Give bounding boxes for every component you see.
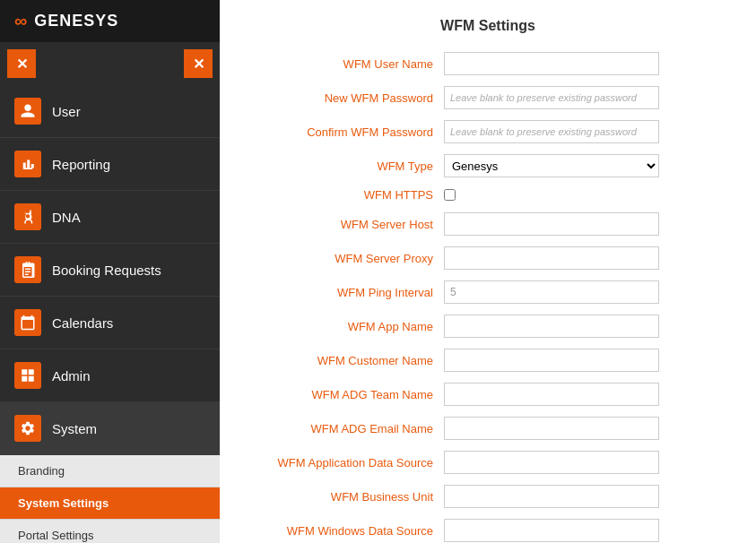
input-wfm-app-name[interactable] <box>444 315 659 338</box>
label-wfm-server-host: WFM Server Host <box>247 218 444 231</box>
label-wfm-adg-email-name: WFM ADG Email Name <box>247 422 444 435</box>
admin-icon <box>14 362 41 389</box>
sidebar-item-booking-label: Booking Requests <box>52 263 161 278</box>
select-wfm-type[interactable]: Genesys <box>444 154 659 177</box>
input-wfm-windows-data-source[interactable] <box>444 519 659 542</box>
main-content: WFM Settings WFM User Name New WFM Passw… <box>220 0 756 543</box>
label-wfm-business-unit: WFM Business Unit <box>247 490 444 504</box>
label-wfm-app-data-source: WFM Application Data Source <box>247 456 444 470</box>
sidebar-item-calendars[interactable]: Calendars <box>0 297 220 349</box>
input-wfm-username[interactable] <box>444 52 659 75</box>
form-row-wfm-username: WFM User Name <box>247 52 729 75</box>
close-button-1[interactable]: ✕ <box>7 49 36 78</box>
label-wfm-server-proxy: WFM Server Proxy <box>247 252 444 265</box>
sidebar-item-user-label: User <box>52 104 81 119</box>
sidebar-item-system-label: System <box>52 421 97 436</box>
close-button-2[interactable]: ✕ <box>184 49 213 78</box>
input-wfm-adg-email-name[interactable] <box>444 417 659 440</box>
sidebar-item-booking[interactable]: Booking Requests <box>0 244 220 297</box>
sidebar-item-admin[interactable]: Admin <box>0 349 220 402</box>
label-confirm-wfm-password: Confirm WFM Password <box>247 125 444 139</box>
input-new-wfm-password[interactable] <box>444 86 659 109</box>
user-icon <box>14 98 41 125</box>
input-wfm-customer-name[interactable] <box>444 349 659 372</box>
form-row-wfm-type: WFM Type Genesys <box>247 154 729 177</box>
input-confirm-wfm-password[interactable] <box>444 120 659 143</box>
input-wfm-ping-interval[interactable] <box>444 280 659 304</box>
label-wfm-ping-interval: WFM Ping Interval <box>247 286 444 299</box>
sidebar-item-system[interactable]: System <box>0 402 220 455</box>
system-submenu: Branding System Settings Portal Settings… <box>0 455 220 543</box>
calendar-icon <box>14 309 41 336</box>
sidebar-item-calendars-label: Calendars <box>52 315 113 331</box>
input-wfm-server-host[interactable] <box>444 212 659 236</box>
system-icon <box>14 415 41 442</box>
label-wfm-https: WFM HTTPS <box>247 188 444 202</box>
sidebar-item-reporting[interactable]: Reporting <box>0 138 220 191</box>
input-wfm-server-proxy[interactable] <box>444 246 659 270</box>
form-row-wfm-windows-data-source: WFM Windows Data Source <box>247 519 729 542</box>
checkbox-wfm-https[interactable] <box>444 189 456 201</box>
sidebar-item-reporting-label: Reporting <box>52 157 110 172</box>
form-row-wfm-server-host: WFM Server Host <box>247 212 729 236</box>
reporting-icon <box>14 151 41 177</box>
form-row-wfm-app-name: WFM App Name <box>247 315 729 338</box>
input-wfm-app-data-source[interactable] <box>444 451 659 474</box>
input-wfm-business-unit[interactable] <box>444 485 659 508</box>
label-wfm-windows-data-source: WFM Windows Data Source <box>247 524 444 538</box>
label-wfm-adg-team-name: WFM ADG Team Name <box>247 388 444 401</box>
label-wfm-app-name: WFM App Name <box>247 320 444 333</box>
label-wfm-username: WFM User Name <box>247 57 444 71</box>
sidebar-item-user[interactable]: User <box>0 85 220 138</box>
sidebar-item-admin-label: Admin <box>52 368 91 384</box>
label-new-wfm-password: New WFM Password <box>247 91 444 105</box>
label-wfm-type: WFM Type <box>247 159 444 173</box>
sidebar-header: ∞ GENESYS <box>0 0 220 42</box>
form-row-confirm-wfm-password: Confirm WFM Password <box>247 120 729 143</box>
sidebar-item-dna[interactable]: DNA <box>0 191 220 244</box>
form-row-wfm-server-proxy: WFM Server Proxy <box>247 246 729 270</box>
submenu-system-settings[interactable]: System Settings <box>0 487 220 520</box>
submenu-branding[interactable]: Branding <box>0 455 220 487</box>
form-row-new-wfm-password: New WFM Password <box>247 86 729 109</box>
form-row-wfm-business-unit: WFM Business Unit <box>247 485 729 508</box>
form-row-wfm-customer-name: WFM Customer Name <box>247 349 729 372</box>
sidebar-item-dna-label: DNA <box>52 210 81 225</box>
form-row-wfm-ping-interval: WFM Ping Interval <box>247 280 729 304</box>
sidebar-controls: ✕ ✕ <box>0 42 220 85</box>
form-row-wfm-adg-email-name: WFM ADG Email Name <box>247 417 729 440</box>
label-wfm-customer-name: WFM Customer Name <box>247 354 444 367</box>
dna-icon <box>14 203 41 230</box>
input-wfm-adg-team-name[interactable] <box>444 383 659 406</box>
submenu-portal-settings[interactable]: Portal Settings <box>0 520 220 543</box>
form-row-wfm-adg-team-name: WFM ADG Team Name <box>247 383 729 406</box>
logo-text: GENESYS <box>34 12 118 30</box>
page-title: WFM Settings <box>247 18 729 34</box>
logo-icon: ∞ <box>14 11 27 31</box>
form-row-wfm-app-data-source: WFM Application Data Source <box>247 451 729 474</box>
form-row-wfm-https: WFM HTTPS <box>247 188 729 202</box>
sidebar: ∞ GENESYS ✕ ✕ User Reporting DNA Booking… <box>0 0 220 543</box>
booking-icon <box>14 256 41 283</box>
